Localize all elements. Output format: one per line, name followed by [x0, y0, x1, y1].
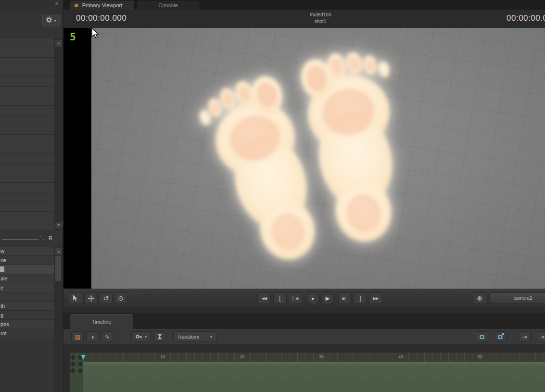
orbit-icon: ⊙ [118, 294, 124, 302]
property-row[interactable] [0, 292, 54, 302]
dopesheet-mode-button[interactable]: ▦ [71, 331, 84, 342]
timecode-bar: 00:00:00.000 muted1mi shot1 00:00:00.000 [63, 10, 545, 28]
tab-label: Console [158, 2, 177, 8]
panel-resize-handle[interactable]: ⋮ [60, 221, 65, 234]
fast-forward-button[interactable]: ▶▶ [369, 292, 382, 304]
property-list-upper[interactable] [0, 38, 54, 230]
pointer-icon [73, 295, 78, 302]
settings-button[interactable]: ▾ [42, 15, 60, 26]
tab-primary-viewport[interactable]: Primary Viewport [70, 0, 135, 10]
display-mode-button[interactable]: ⊕ [473, 292, 486, 304]
shot-name: shot1 [282, 18, 359, 25]
transport-bar: ↺ ⊙ ◀◀ [ ▏◀ ● ▶ ▶▏ ] [63, 289, 545, 307]
scrollbar-lower[interactable]: ▲ [54, 247, 62, 392]
move-icon [88, 295, 95, 302]
timeline-spacer [63, 344, 545, 353]
panel-header: × [0, 0, 63, 14]
transform-dropdown-label: Transform [177, 334, 199, 340]
rewind-button[interactable]: ◀◀ [257, 292, 271, 304]
feet-render [91, 28, 545, 289]
rotation-field-row[interactable]: ' , R [0, 232, 63, 245]
field-suffix: ' , [40, 235, 44, 240]
scroll-up-icon[interactable]: ▲ [55, 39, 63, 47]
property-row[interactable] [0, 265, 54, 274]
magnet-icon: Ω [480, 333, 484, 341]
property-row[interactable]: g [0, 311, 54, 320]
curve-icon: ∿ [105, 333, 110, 340]
panel-empty-area [0, 338, 54, 392]
tab-console[interactable]: Console [136, 0, 200, 10]
property-row[interactable]: ale [0, 274, 54, 283]
go-to-start-button[interactable]: ▏◀ [289, 292, 302, 304]
ruler-tick-label: 40 [398, 354, 403, 359]
snap-prev-icon: ⇤ [542, 333, 545, 341]
property-row[interactable]: ce [0, 256, 54, 265]
tab-timeline[interactable]: Timeline [70, 314, 133, 329]
rewind-icon: ◀◀ [262, 296, 266, 301]
play-button[interactable]: ▶ [320, 291, 335, 305]
key-icon [135, 333, 143, 341]
panel-toolbar: ▾ [0, 13, 63, 28]
timeline-toolbar: ▦ ◑ ∿ ▾ Transfor [63, 329, 545, 345]
orbit-tool-button[interactable]: ⊙ [114, 292, 127, 304]
scroll-up-icon[interactable]: ▲ [55, 248, 63, 255]
timeline-range[interactable] [83, 362, 545, 392]
curve-mode-button[interactable]: ∿ [101, 331, 114, 342]
transform-dropdown[interactable]: Transform ▾ [173, 331, 216, 342]
clip-mode-button[interactable]: ◑ [86, 331, 99, 342]
snap-next-icon: ⇥ [522, 333, 527, 341]
property-row[interactable]: w [0, 247, 54, 256]
time-filter-button[interactable] [153, 331, 166, 342]
go-to-end-button[interactable]: ▶▏ [338, 292, 352, 304]
tab-marker-icon [75, 4, 78, 7]
filmstrip-margin: 5 [63, 28, 91, 289]
ruler-tick-label: 50 [478, 354, 482, 359]
property-row[interactable]: pos [0, 320, 54, 329]
chevron-down-icon: ▾ [145, 335, 147, 339]
go-to-prev-key-button[interactable]: ⇤ [538, 331, 545, 342]
timeline-tabrow: Timeline [63, 313, 545, 329]
camera-selector-label: camera1 [514, 295, 532, 301]
rotate-tool-button[interactable]: ↺ [99, 292, 113, 304]
timecode-end: 00:00:00.000 [507, 13, 545, 23]
tab-label: Primary Viewport [82, 2, 123, 8]
timeline-ruler[interactable]: 1020304050 [70, 353, 545, 362]
select-tool-button[interactable] [69, 292, 82, 304]
chevron-down-icon: ▾ [54, 19, 56, 23]
property-row[interactable]: rot [0, 329, 54, 338]
playhead-marker[interactable] [81, 355, 86, 360]
snap-toggle-button[interactable]: Ω [476, 331, 488, 342]
snap-frame-toggle-button[interactable]: Ω [494, 331, 507, 342]
loop-out-icon: ] [359, 295, 361, 302]
dopesheet-icon: ▦ [75, 333, 80, 341]
property-row[interactable]: th [0, 302, 54, 311]
field-underline [2, 239, 38, 240]
clip-icon: ◑ [90, 333, 94, 341]
frame-number: 5 [70, 31, 76, 43]
gear-icon [46, 16, 52, 25]
pane-splitter[interactable]: ⋯ [63, 307, 545, 313]
left-properties-panel: × ▾ ▲ ▼ ' , R wcealeethgposrot [0, 0, 63, 392]
go-to-next-key-button[interactable]: ⇥ [518, 331, 531, 342]
loop-in-button[interactable]: [ [273, 292, 287, 304]
rotate-icon: ↺ [103, 294, 109, 302]
move-tool-button[interactable] [84, 292, 98, 304]
property-row[interactable]: e [0, 283, 54, 292]
keyframe-button[interactable]: ▾ [131, 331, 151, 342]
globe-icon: ⊕ [477, 294, 482, 302]
viewport-container: 5 [63, 28, 545, 289]
close-icon[interactable]: × [55, 0, 58, 6]
step-forward-icon: ▶▏ [342, 296, 347, 301]
record-button[interactable]: ● [305, 291, 320, 305]
3d-view[interactable] [91, 28, 545, 289]
take-name: muted1mi [282, 12, 359, 18]
step-back-icon: ▏◀ [293, 296, 298, 301]
timecode-current[interactable]: 00:00:00.000 [76, 13, 127, 23]
scrollbar-upper[interactable]: ▲ ▼ [54, 38, 62, 230]
timeline-track-area[interactable] [70, 362, 545, 392]
camera-selector[interactable]: camera1 [489, 292, 545, 304]
scrollbar-thumb[interactable] [55, 256, 61, 281]
foot-right [296, 43, 423, 248]
loop-out-button[interactable]: ] [354, 292, 367, 304]
ruler-tick-label: 10 [160, 354, 165, 359]
